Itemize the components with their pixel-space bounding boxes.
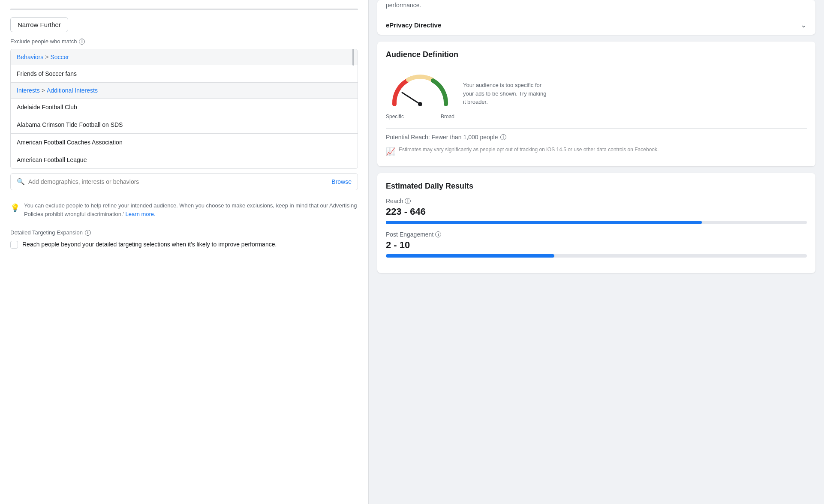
bulb-icon: 💡 (10, 202, 20, 214)
soccer-link[interactable]: Soccer (50, 54, 69, 60)
gauge-description: Your audience is too specific for your a… (463, 81, 549, 106)
search-bar[interactable]: 🔍 Browse (10, 173, 358, 190)
list-item: Alabama Crimson Tide Football on SDS (11, 116, 358, 134)
eprivacy-chevron-icon[interactable]: ⌄ (800, 20, 807, 30)
eprivacy-row: ePrivacy Directive ⌄ (386, 13, 807, 31)
potential-reach: Potential Reach: Fewer than 1,000 people… (386, 134, 807, 141)
expansion-label: Detailed Targeting Expansion i (10, 229, 358, 236)
post-engagement-value: 2 - 10 (386, 240, 807, 251)
narrow-further-button[interactable]: Narrow Further (10, 17, 68, 32)
interests-category-row: Interests > Additional Interests (11, 83, 358, 99)
audience-definition-card: Audience Definition Sp (377, 42, 815, 166)
divider (386, 128, 807, 129)
gauge-wrapper: Specific Broad (386, 68, 454, 120)
search-input[interactable] (28, 178, 331, 185)
expansion-row: Reach people beyond your detailed target… (10, 240, 358, 249)
browse-button[interactable]: Browse (331, 178, 352, 185)
eprivacy-label: ePrivacy Directive (386, 21, 441, 29)
svg-line-0 (402, 93, 420, 104)
list-item: Friends of Soccer fans (11, 65, 358, 83)
post-engagement-progress-bar (386, 254, 807, 258)
post-engagement-info-icon[interactable]: i (435, 231, 441, 237)
list-item: American Football Coaches Association (11, 134, 358, 151)
eprivacy-card: performance. ePrivacy Directive ⌄ (377, 0, 815, 35)
expansion-description: Reach people beyond your detailed target… (22, 240, 277, 249)
estimated-daily-results-card: Estimated Daily Results Reach i 223 - 64… (377, 173, 815, 273)
daily-results-title: Estimated Daily Results (386, 182, 807, 191)
exclude-label: Exclude people who match i (10, 38, 358, 45)
reach-progress-bar (386, 221, 807, 224)
gauge-labels: Specific Broad (386, 114, 454, 120)
reach-label: Reach i (386, 198, 807, 204)
audience-definition-title: Audience Definition (386, 50, 807, 59)
performance-text: performance. (386, 2, 807, 9)
scrollbar-hint (352, 49, 354, 66)
exclude-info-icon[interactable]: i (79, 39, 85, 45)
estimates-note: 📈 Estimates may vary significantly as pe… (386, 146, 807, 158)
learn-more-link[interactable]: Learn more. (126, 211, 156, 217)
behaviors-link[interactable]: Behaviors (17, 54, 43, 60)
reach-info-icon[interactable]: i (405, 198, 411, 204)
gauge-svg (386, 68, 454, 111)
targeting-box: Behaviors > Soccer Friends of Soccer fan… (10, 49, 358, 169)
broad-label: Broad (441, 114, 454, 120)
behaviors-separator: > (45, 54, 48, 60)
list-item: Adelaide Football Club (11, 99, 358, 116)
expansion-section: Detailed Targeting Expansion i Reach peo… (10, 223, 358, 249)
specific-label: Specific (386, 114, 404, 120)
post-engagement-progress-fill (386, 254, 554, 258)
interests-link[interactable]: Interests (17, 87, 40, 94)
list-item: American Football League (11, 151, 358, 168)
gauge-area: Specific Broad Your audience is too spec… (386, 68, 807, 120)
additional-interests-link[interactable]: Additional Interests (47, 87, 98, 94)
reach-progress-fill (386, 221, 702, 224)
search-icon: 🔍 (17, 178, 25, 186)
interests-separator: > (42, 87, 45, 94)
info-tip: 💡 You can exclude people to help refine … (10, 196, 358, 223)
wave-icon: 📈 (386, 146, 395, 158)
expansion-checkbox[interactable] (10, 241, 18, 249)
reach-value: 223 - 646 (386, 206, 807, 217)
svg-point-1 (418, 102, 422, 106)
behaviors-category-row: Behaviors > Soccer (11, 49, 358, 65)
post-engagement-label: Post Engagement i (386, 231, 807, 238)
expansion-info-icon[interactable]: i (85, 230, 91, 236)
potential-reach-info-icon[interactable]: i (500, 134, 506, 140)
